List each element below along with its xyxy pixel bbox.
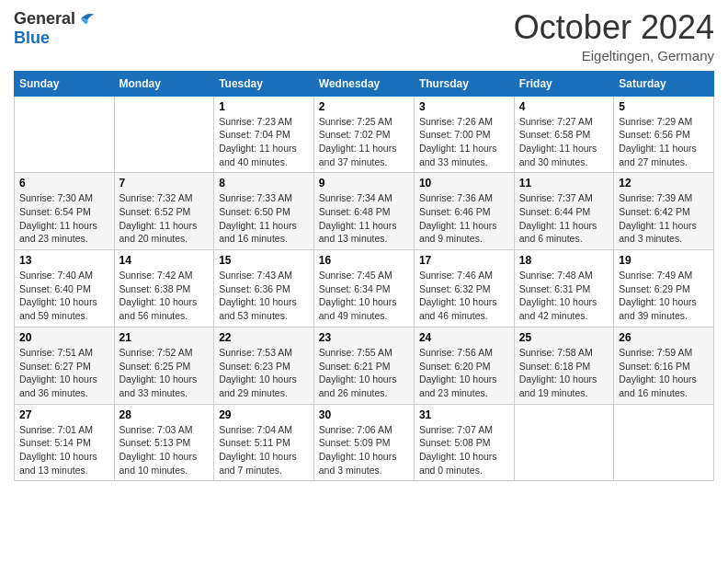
day-number: 9 bbox=[319, 177, 409, 190]
day-number: 2 bbox=[319, 100, 409, 113]
calendar-cell: 4Sunrise: 7:27 AMSunset: 6:58 PMDaylight… bbox=[514, 96, 613, 173]
day-number: 6 bbox=[19, 177, 109, 190]
day-info: Sunrise: 7:07 AMSunset: 5:08 PMDaylight:… bbox=[419, 423, 509, 477]
calendar-cell: 31Sunrise: 7:07 AMSunset: 5:08 PMDayligh… bbox=[414, 404, 514, 481]
day-info: Sunrise: 7:26 AMSunset: 7:00 PMDaylight:… bbox=[419, 115, 509, 169]
day-info: Sunrise: 7:32 AMSunset: 6:52 PMDaylight:… bbox=[119, 191, 210, 246]
day-info: Sunrise: 7:56 AMSunset: 6:20 PMDaylight:… bbox=[419, 346, 509, 400]
title-block: October 2024 Eigeltingen, Germany bbox=[514, 9, 714, 63]
calendar-cell: 11Sunrise: 7:37 AMSunset: 6:44 PMDayligh… bbox=[514, 173, 613, 250]
day-info: Sunrise: 7:36 AMSunset: 6:46 PMDaylight:… bbox=[419, 191, 509, 246]
weekday-header: Friday bbox=[514, 71, 613, 96]
day-info: Sunrise: 7:49 AMSunset: 6:29 PMDaylight:… bbox=[619, 269, 709, 323]
day-number: 19 bbox=[619, 254, 709, 267]
calendar-week-row: 1Sunrise: 7:23 AMSunset: 7:04 PMDaylight… bbox=[15, 96, 714, 173]
day-number: 12 bbox=[619, 177, 709, 190]
calendar-week-row: 13Sunrise: 7:40 AMSunset: 6:40 PMDayligh… bbox=[15, 250, 714, 327]
day-number: 17 bbox=[419, 254, 509, 267]
day-number: 31 bbox=[419, 408, 509, 421]
day-info: Sunrise: 7:34 AMSunset: 6:48 PMDaylight:… bbox=[319, 191, 409, 246]
calendar-cell: 28Sunrise: 7:03 AMSunset: 5:13 PMDayligh… bbox=[114, 404, 214, 481]
day-info: Sunrise: 7:43 AMSunset: 6:36 PMDaylight:… bbox=[219, 269, 309, 323]
weekday-header: Thursday bbox=[414, 71, 514, 96]
day-number: 28 bbox=[119, 408, 210, 421]
day-info: Sunrise: 7:23 AMSunset: 7:04 PMDaylight:… bbox=[219, 115, 309, 169]
day-number: 30 bbox=[319, 408, 409, 421]
day-info: Sunrise: 7:46 AMSunset: 6:32 PMDaylight:… bbox=[419, 269, 509, 323]
calendar-cell: 3Sunrise: 7:26 AMSunset: 7:00 PMDaylight… bbox=[414, 96, 514, 173]
day-info: Sunrise: 7:04 AMSunset: 5:11 PMDaylight:… bbox=[219, 423, 309, 477]
day-number: 27 bbox=[19, 408, 109, 421]
day-info: Sunrise: 7:03 AMSunset: 5:13 PMDaylight:… bbox=[119, 423, 210, 477]
day-info: Sunrise: 7:59 AMSunset: 6:16 PMDaylight:… bbox=[619, 346, 709, 400]
calendar-cell bbox=[114, 96, 214, 173]
day-info: Sunrise: 7:39 AMSunset: 6:42 PMDaylight:… bbox=[619, 191, 709, 246]
calendar-week-row: 27Sunrise: 7:01 AMSunset: 5:14 PMDayligh… bbox=[15, 404, 714, 481]
weekday-header-row: SundayMondayTuesdayWednesdayThursdayFrid… bbox=[15, 71, 714, 96]
day-info: Sunrise: 7:27 AMSunset: 6:58 PMDaylight:… bbox=[519, 115, 609, 169]
day-number: 14 bbox=[119, 254, 210, 267]
calendar-table: SundayMondayTuesdayWednesdayThursdayFrid… bbox=[14, 71, 714, 482]
day-info: Sunrise: 7:40 AMSunset: 6:40 PMDaylight:… bbox=[19, 269, 109, 323]
calendar-cell: 18Sunrise: 7:48 AMSunset: 6:31 PMDayligh… bbox=[514, 250, 613, 327]
calendar-week-row: 20Sunrise: 7:51 AMSunset: 6:27 PMDayligh… bbox=[15, 327, 714, 404]
page-header: General Blue October 2024 Eigeltingen, G… bbox=[14, 9, 714, 63]
calendar-cell: 10Sunrise: 7:36 AMSunset: 6:46 PMDayligh… bbox=[414, 173, 514, 250]
day-number: 15 bbox=[219, 254, 309, 267]
calendar-cell: 14Sunrise: 7:42 AMSunset: 6:38 PMDayligh… bbox=[114, 250, 214, 327]
calendar-cell: 19Sunrise: 7:49 AMSunset: 6:29 PMDayligh… bbox=[614, 250, 714, 327]
day-number: 1 bbox=[219, 100, 309, 113]
calendar-cell: 21Sunrise: 7:52 AMSunset: 6:25 PMDayligh… bbox=[114, 327, 214, 404]
day-number: 18 bbox=[519, 254, 609, 267]
day-info: Sunrise: 7:37 AMSunset: 6:44 PMDaylight:… bbox=[519, 191, 609, 246]
day-info: Sunrise: 7:52 AMSunset: 6:25 PMDaylight:… bbox=[119, 346, 210, 400]
calendar-cell bbox=[514, 404, 613, 481]
calendar-cell bbox=[15, 96, 115, 173]
calendar-cell: 26Sunrise: 7:59 AMSunset: 6:16 PMDayligh… bbox=[614, 327, 714, 404]
day-info: Sunrise: 7:01 AMSunset: 5:14 PMDaylight:… bbox=[19, 423, 109, 477]
calendar-cell: 8Sunrise: 7:33 AMSunset: 6:50 PMDaylight… bbox=[214, 173, 314, 250]
calendar-cell: 12Sunrise: 7:39 AMSunset: 6:42 PMDayligh… bbox=[614, 173, 714, 250]
calendar-cell: 13Sunrise: 7:40 AMSunset: 6:40 PMDayligh… bbox=[15, 250, 115, 327]
day-number: 4 bbox=[519, 100, 609, 113]
logo: General Blue bbox=[14, 9, 96, 48]
day-number: 26 bbox=[619, 331, 709, 344]
calendar-cell: 7Sunrise: 7:32 AMSunset: 6:52 PMDaylight… bbox=[114, 173, 214, 250]
weekday-header: Tuesday bbox=[214, 71, 314, 96]
day-number: 13 bbox=[19, 254, 109, 267]
day-info: Sunrise: 7:25 AMSunset: 7:02 PMDaylight:… bbox=[319, 115, 409, 169]
weekday-header: Monday bbox=[114, 71, 214, 96]
calendar-cell: 1Sunrise: 7:23 AMSunset: 7:04 PMDaylight… bbox=[214, 96, 314, 173]
calendar-cell: 5Sunrise: 7:29 AMSunset: 6:56 PMDaylight… bbox=[614, 96, 714, 173]
day-info: Sunrise: 7:06 AMSunset: 5:09 PMDaylight:… bbox=[319, 423, 409, 477]
logo-general: General bbox=[14, 10, 75, 29]
calendar-cell: 9Sunrise: 7:34 AMSunset: 6:48 PMDaylight… bbox=[313, 173, 414, 250]
day-number: 3 bbox=[419, 100, 509, 113]
day-number: 25 bbox=[519, 331, 609, 344]
day-info: Sunrise: 7:45 AMSunset: 6:34 PMDaylight:… bbox=[319, 269, 409, 323]
day-number: 29 bbox=[219, 408, 309, 421]
calendar-cell: 15Sunrise: 7:43 AMSunset: 6:36 PMDayligh… bbox=[214, 250, 314, 327]
day-info: Sunrise: 7:51 AMSunset: 6:27 PMDaylight:… bbox=[19, 346, 109, 400]
day-info: Sunrise: 7:58 AMSunset: 6:18 PMDaylight:… bbox=[519, 346, 609, 400]
calendar-body: 1Sunrise: 7:23 AMSunset: 7:04 PMDaylight… bbox=[15, 96, 714, 481]
day-number: 23 bbox=[319, 331, 409, 344]
calendar-cell bbox=[614, 404, 714, 481]
day-number: 10 bbox=[419, 177, 509, 190]
day-number: 8 bbox=[219, 177, 309, 190]
logo-bird-icon bbox=[75, 9, 96, 29]
day-number: 5 bbox=[619, 100, 709, 113]
day-number: 16 bbox=[319, 254, 409, 267]
day-number: 22 bbox=[219, 331, 309, 344]
day-number: 7 bbox=[119, 177, 210, 190]
day-number: 11 bbox=[519, 177, 609, 190]
month-title: October 2024 bbox=[514, 9, 714, 46]
day-number: 21 bbox=[119, 331, 210, 344]
weekday-header: Wednesday bbox=[313, 71, 414, 96]
calendar-cell: 6Sunrise: 7:30 AMSunset: 6:54 PMDaylight… bbox=[15, 173, 115, 250]
day-info: Sunrise: 7:48 AMSunset: 6:31 PMDaylight:… bbox=[519, 269, 609, 323]
calendar-cell: 27Sunrise: 7:01 AMSunset: 5:14 PMDayligh… bbox=[15, 404, 115, 481]
day-info: Sunrise: 7:55 AMSunset: 6:21 PMDaylight:… bbox=[319, 346, 409, 400]
calendar-cell: 24Sunrise: 7:56 AMSunset: 6:20 PMDayligh… bbox=[414, 327, 514, 404]
day-number: 20 bbox=[19, 331, 109, 344]
